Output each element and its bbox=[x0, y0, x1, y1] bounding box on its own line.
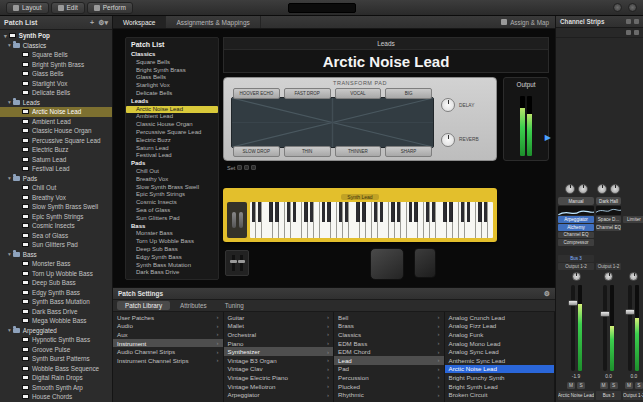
patch-group-arpeggiated[interactable]: ▾ Arpeggiated bbox=[0, 326, 112, 336]
mod-wheel[interactable] bbox=[239, 212, 243, 228]
pan-knob[interactable] bbox=[572, 272, 581, 281]
volume-fader[interactable] bbox=[603, 285, 607, 371]
sustain-pedal[interactable] bbox=[370, 248, 404, 280]
patch-group-bass[interactable]: ▾ Bass bbox=[0, 250, 112, 260]
patch-item-electric-buzz[interactable]: Electric Buzz bbox=[0, 145, 112, 155]
library-item-analog-fizz-lead[interactable]: Analog Fizz Lead bbox=[445, 322, 555, 331]
disclosure-triangle-icon[interactable]: ▾ bbox=[8, 327, 11, 333]
transform-button-slow-drop[interactable]: SLOW DROP bbox=[233, 146, 280, 157]
reverb-knob[interactable] bbox=[441, 133, 455, 147]
library-item-user-patches[interactable]: User Patches› bbox=[113, 313, 223, 322]
disclosure-triangle-icon[interactable]: ▾ bbox=[4, 33, 7, 39]
patch-item-synth-burst-patterns[interactable]: Synth Burst Patterns bbox=[0, 354, 112, 364]
panel-patch-item[interactable]: Arctic Noise Lead bbox=[126, 106, 218, 114]
snapshot-button[interactable] bbox=[251, 165, 256, 170]
plugin-slot-channel-eq[interactable]: Channel EQ bbox=[596, 224, 621, 231]
panel-patch-item[interactable]: Epic Synth Strings bbox=[126, 191, 218, 199]
patch-item-breathy-vox[interactable]: Breathy Vox bbox=[0, 193, 112, 203]
library-item-broken-circuit[interactable]: Broken Circuit bbox=[445, 390, 555, 399]
patch-item-torn-up-wobble-bass[interactable]: Torn Up Wobble Bass bbox=[0, 269, 112, 279]
patch-item-sun-glitters-pad[interactable]: Sun Glitters Pad bbox=[0, 240, 112, 250]
panel-patch-item[interactable]: Dark Bass Drive bbox=[126, 269, 218, 277]
mini-slider[interactable] bbox=[232, 255, 235, 271]
assign-map-button[interactable]: Assign & Map bbox=[495, 16, 555, 28]
patch-item-chill-out[interactable]: Chill Out bbox=[0, 183, 112, 193]
library-item-rhythmic[interactable]: Rhythmic› bbox=[334, 390, 444, 399]
transform-button-hoover-echo[interactable]: HOOVER ECHO bbox=[233, 88, 280, 99]
library-item-vintage-clav[interactable]: Vintage Clav› bbox=[224, 365, 334, 374]
panel-patch-item[interactable]: Bright Synth Brass bbox=[126, 67, 218, 75]
library-item-aux[interactable]: Aux› bbox=[113, 330, 223, 339]
library-item-anthemic-sync-lead[interactable]: Anthemic Sync Lead bbox=[445, 356, 555, 365]
panel-patch-item[interactable]: Square Bells bbox=[126, 59, 218, 67]
mute-button[interactable]: M bbox=[600, 382, 608, 389]
library-item-bright-synth-lead[interactable]: Bright Synth Lead bbox=[445, 382, 555, 391]
panel-patch-item[interactable]: Festival Lead bbox=[126, 152, 218, 160]
patch-item-smooth-synth-arp[interactable]: Smooth Synth Arp bbox=[0, 383, 112, 393]
panel-patch-item[interactable]: Ambient Lead bbox=[126, 113, 218, 121]
tuner-icon[interactable] bbox=[613, 3, 622, 12]
patch-item-percussive-square-lead[interactable]: Percussive Square Lead bbox=[0, 136, 112, 146]
plugin-slot-arpeggiator[interactable]: Arpeggiator bbox=[558, 216, 594, 223]
solo-button[interactable]: S bbox=[635, 382, 643, 389]
volume-fader[interactable] bbox=[571, 285, 575, 371]
patch-item-dark-bass-drive[interactable]: Dark Bass Drive bbox=[0, 307, 112, 317]
eq-thumbnail[interactable] bbox=[596, 206, 621, 215]
library-item-lead[interactable]: Lead› bbox=[334, 356, 444, 365]
library-item-pad[interactable]: Pad› bbox=[334, 365, 444, 374]
library-item-analog-crunch-lead[interactable]: Analog Crunch Lead bbox=[445, 313, 555, 322]
patch-item-glass-bells[interactable]: Glass Bells bbox=[0, 69, 112, 79]
library-item-orchestral[interactable]: Orchestral› bbox=[224, 330, 334, 339]
transform-button-fast-drop[interactable]: FAST DROP bbox=[284, 88, 331, 99]
plugin-slot-alchemy[interactable]: Alchemy bbox=[558, 224, 594, 231]
library-item-vintage-electric-piano[interactable]: Vintage Electric Piano› bbox=[224, 373, 334, 382]
keyboard-keys[interactable] bbox=[250, 202, 493, 238]
patch-group-classics[interactable]: ▾ Classics bbox=[0, 41, 112, 51]
panel-patch-item[interactable]: Slow Synth Brass Swell bbox=[126, 184, 218, 192]
concert-row[interactable]: ▾ Synth Pop bbox=[0, 31, 112, 41]
patch-item-bright-synth-brass[interactable]: Bright Synth Brass bbox=[0, 60, 112, 70]
library-item-analog-funk[interactable]: Analog Funk bbox=[445, 330, 555, 339]
patch-item-edgy-synth-bass[interactable]: Edgy Synth Bass bbox=[0, 288, 112, 298]
panel-patch-item[interactable]: Percussive Square Lead bbox=[126, 129, 218, 137]
library-item-analog-mono-lead[interactable]: Analog Mono Lead bbox=[445, 339, 555, 348]
library-item-instrument[interactable]: Instrument› bbox=[113, 339, 223, 348]
library-item-mallet[interactable]: Mallet› bbox=[224, 322, 334, 331]
transform-button-vocal[interactable]: VOCAL bbox=[335, 88, 382, 99]
patch-item-house-chords[interactable]: House Chords bbox=[0, 392, 112, 402]
output-slot[interactable]: Output 1-2 bbox=[596, 263, 621, 270]
transform-button-thin[interactable]: THIN bbox=[284, 146, 331, 157]
send-knob[interactable] bbox=[578, 184, 588, 194]
patch-item-wobble-bass-sequence[interactable]: Wobble Bass Sequence bbox=[0, 364, 112, 374]
library-item-bell[interactable]: Bell› bbox=[334, 313, 444, 322]
library-item-plucked[interactable]: Plucked› bbox=[334, 382, 444, 391]
pan-knob[interactable] bbox=[629, 272, 638, 281]
panel-patch-item[interactable]: Glass Bells bbox=[126, 74, 218, 82]
eq-thumbnail[interactable] bbox=[558, 206, 594, 215]
library-item-guitar[interactable]: Guitar› bbox=[224, 313, 334, 322]
disclosure-triangle-icon[interactable]: ▾ bbox=[8, 42, 11, 48]
library-item-piano[interactable]: Piano› bbox=[224, 339, 334, 348]
tab-assignments-mappings[interactable]: Assignments & Mappings bbox=[166, 16, 260, 28]
panel-patch-item[interactable]: Classic House Organ bbox=[126, 121, 218, 129]
setting-button[interactable]: Manual bbox=[558, 197, 594, 205]
output-slot[interactable]: Output 1-2 bbox=[558, 263, 594, 270]
plugin-slot-limiter[interactable]: Limiter bbox=[623, 216, 643, 223]
snapshot-button[interactable] bbox=[237, 165, 242, 170]
library-item-analog-sync-lead[interactable]: Analog Sync Lead bbox=[445, 347, 555, 356]
patch-item-synth-bass-mutation[interactable]: Synth Bass Mutation bbox=[0, 297, 112, 307]
transform-button-sharp[interactable]: SHARP bbox=[385, 146, 432, 157]
panel-patch-item[interactable]: Monster Bass bbox=[126, 230, 218, 238]
patch-item-mega-wobble-bass[interactable]: Mega Wobble Bass bbox=[0, 316, 112, 326]
setting-button[interactable]: Dark Hall bbox=[596, 197, 621, 205]
panel-patch-item[interactable]: Saturn Lead bbox=[126, 145, 218, 153]
patch-group-pads[interactable]: ▾ Pads bbox=[0, 174, 112, 184]
patch-item-sea-of-glass[interactable]: Sea of Glass bbox=[0, 231, 112, 241]
transform-pad[interactable]: TRANSFORM PAD HOOVER ECHOFAST DRO bbox=[223, 77, 497, 161]
patch-item-starlight-vox[interactable]: Starlight Vox bbox=[0, 79, 112, 89]
library-item-arctic-noise-lead[interactable]: Arctic Noise Lead bbox=[445, 365, 555, 374]
patch-item-groove-pulse[interactable]: Groove Pulse bbox=[0, 345, 112, 355]
pitch-mod-wheels[interactable] bbox=[227, 202, 247, 238]
strip-filter-icon[interactable] bbox=[634, 30, 639, 35]
library-item-classics[interactable]: Classics› bbox=[334, 330, 444, 339]
